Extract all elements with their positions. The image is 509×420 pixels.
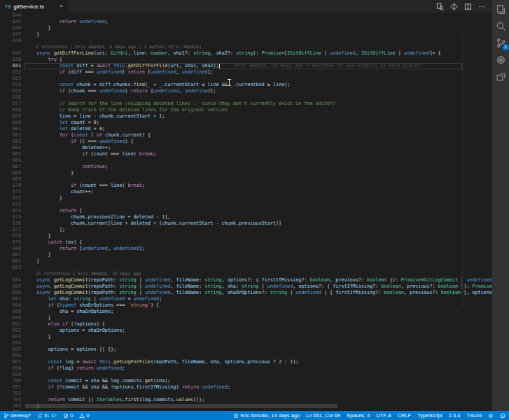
code-line[interactable]: 648: [0, 38, 492, 44]
code-line[interactable]: 666: [0, 158, 492, 164]
code-line[interactable]: 695 options = options || {};: [0, 346, 492, 353]
code-line[interactable]: 646 }: [0, 25, 492, 31]
activity-item-source-control[interactable]: 1: [496, 38, 506, 48]
line-number: 683: [0, 265, 25, 271]
status-item-settings[interactable]: [488, 413, 494, 419]
status-item-errors-indicator[interactable]: 0: [63, 412, 73, 419]
code-line[interactable]: 672 }: [0, 195, 492, 202]
activity-item-extensions[interactable]: [496, 71, 506, 82]
code-line[interactable]: 699: [0, 372, 492, 378]
code-line[interactable]: 665 if (count === line) break;: [0, 151, 492, 158]
code-line[interactable]: 662 for (const l of chunk.current) {: [0, 132, 492, 139]
gitlens-compare-icon[interactable]: [450, 3, 458, 10]
code-line[interactable]: 674 return [: [0, 208, 492, 214]
code-line[interactable]: 697 const log = await this.getLogForFile…: [0, 359, 492, 365]
code-line[interactable]: 685 async getLogCommit(repoPath: string …: [0, 284, 492, 290]
code-line[interactable]: 678 }: [0, 233, 492, 239]
activity-item-search[interactable]: [496, 21, 506, 31]
code-text: [25, 94, 492, 101]
code-editor[interactable]: 644645 return undefined;646 }647 }6482 r…: [0, 13, 492, 411]
code-line[interactable]: 694: [0, 340, 492, 346]
code-line[interactable]: 700 const commit = sha && log.commits.ge…: [0, 378, 492, 384]
status-item-language-mode[interactable]: TypeScript: [417, 412, 442, 419]
code-line[interactable]: 676 chunk.current[line + deleted + (chun…: [0, 220, 492, 227]
code-line[interactable]: 655 if (chunk === undefined) return [und…: [0, 88, 492, 94]
code-line[interactable]: 679 catch (ex) {: [0, 239, 492, 246]
code-line[interactable]: 660 let count = 0;: [0, 120, 492, 126]
split-editor-icon[interactable]: [464, 3, 472, 10]
code-line[interactable]: 701 if (!commit && sha && !options.first…: [0, 384, 492, 391]
code-line[interactable]: 683: [0, 265, 492, 271]
code-line[interactable]: 691 else if (!options) {: [0, 321, 492, 328]
status-item-warnings-indicator[interactable]: 0: [79, 412, 89, 419]
tab-gitservice-ts[interactable]: TS gitService.ts ×: [0, 0, 68, 13]
code-line[interactable]: 680 return [undefined, undefined];: [0, 246, 492, 252]
codelens-link[interactable]: 11 references | Eric Amodio, 25 days ago: [25, 271, 492, 277]
code-line[interactable]: 645 return undefined;: [0, 19, 492, 25]
code-line[interactable]: 661 let deleted = 0;: [0, 126, 492, 132]
code-line[interactable]: 654 const chunk = diff.chunks.find(_ ⇒ _…: [0, 82, 492, 88]
line-number: 645: [0, 19, 25, 25]
horizontal-scrollbar[interactable]: [25, 404, 337, 408]
code-line[interactable]: 644: [0, 13, 492, 19]
status-item-cursor-position[interactable]: Ln 651, Col 69: [306, 412, 340, 419]
code-line[interactable]: 656: [0, 94, 492, 101]
codelens-link[interactable]: 2 references | Eric Amodio, 5 days ago |…: [25, 44, 492, 50]
status-item-encoding[interactable]: UTF-8: [376, 412, 391, 419]
code-line[interactable]: 650 try {: [0, 57, 492, 63]
code-line[interactable]: 688 if (typeof shaOrOptions === 'string'…: [0, 302, 492, 309]
code-line[interactable]: 684 async getLogCommit(repoPath: string …: [0, 277, 492, 284]
code-line[interactable]: 651 const diff = await this.getDiffForFi…: [0, 63, 492, 69]
status-item-sync-indicator[interactable]: 0↓ 1↑: [37, 412, 57, 419]
code-line[interactable]: 667 continue;: [0, 164, 492, 170]
code-line[interactable]: 658 // Keep track of the deleted lines f…: [0, 107, 492, 113]
code-line[interactable]: 647 }: [0, 31, 492, 38]
code-line[interactable]: 703 return commit || Iterables.first(log…: [0, 397, 492, 403]
code-line[interactable]: 687 let sha: string | undefined = undefi…: [0, 296, 492, 302]
gear-icon: [488, 413, 494, 419]
close-tab-icon[interactable]: ×: [60, 4, 63, 9]
status-item-label: CRLF: [398, 412, 412, 419]
code-line[interactable]: 682 }: [0, 258, 492, 265]
line-number: 671: [0, 189, 25, 195]
tab-bar: TS gitService.ts ×: [0, 0, 492, 13]
code-line[interactable]: 693 }: [0, 334, 492, 340]
code-line[interactable]: 702: [0, 391, 492, 397]
code-line[interactable]: 659 line = line - chunk.currentStart + 1…: [0, 113, 492, 120]
more-actions-icon[interactable]: [478, 3, 486, 10]
status-item-indentation[interactable]: Spaces: 4: [347, 412, 370, 419]
status-item-gitlens-blame-status[interactable]: Eric Amodio, 14 days ago: [233, 412, 300, 419]
code-line[interactable]: 669: [0, 176, 492, 183]
code-text: if (l === undefined) {: [25, 139, 492, 145]
status-item-tslint-status[interactable]: TSLint: [466, 412, 482, 419]
activity-item-explorer[interactable]: [496, 4, 506, 15]
code-text: const chunk = diff.chunks.find(_ ⇒ _.cur…: [25, 82, 492, 88]
code-line[interactable]: 664 deleted++;: [0, 145, 492, 151]
status-item-eol[interactable]: CRLF: [398, 412, 412, 419]
status-item-git-branch-indicator[interactable]: develop*: [4, 412, 31, 419]
code-line[interactable]: 696: [0, 353, 492, 359]
code-line[interactable]: 675 chunk.previous[line + deleted - 1],: [0, 214, 492, 220]
code-line[interactable]: 689 sha = shaOrOptions;: [0, 309, 492, 315]
code-line[interactable]: 686 async getLogCommit(repoPath: string …: [0, 290, 492, 296]
code-line[interactable]: 663 if (l === undefined) {: [0, 139, 492, 145]
code-line[interactable]: 670 if (count === line) break;: [0, 183, 492, 189]
code-line[interactable]: 668 }: [0, 170, 492, 176]
code-line[interactable]: 649 async getDiffForLine(uri: GitUri, li…: [0, 50, 492, 57]
code-line[interactable]: 652 if (diff === undefined) return [unde…: [0, 69, 492, 76]
code-line[interactable]: 690 }: [0, 315, 492, 321]
code-line[interactable]: 677 ];: [0, 227, 492, 233]
code-line[interactable]: 681 }: [0, 252, 492, 258]
code-line[interactable]: 671 count++;: [0, 189, 492, 195]
line-number: 693: [0, 334, 25, 340]
code-line[interactable]: 673: [0, 202, 492, 208]
code-line[interactable]: 692 options = shaOrOptions;: [0, 328, 492, 334]
code-text: }: [25, 334, 492, 340]
open-changes-icon[interactable]: [436, 3, 444, 10]
code-line[interactable]: 657 // Search for the line (skipping del…: [0, 101, 492, 107]
status-item-typescript-version[interactable]: 2.3.4: [449, 412, 461, 419]
code-line[interactable]: 653: [0, 76, 492, 82]
status-item-feedback[interactable]: [500, 413, 505, 419]
code-line[interactable]: 698 if (!log) return undefined;: [0, 365, 492, 372]
activity-item-debug[interactable]: [496, 55, 506, 65]
